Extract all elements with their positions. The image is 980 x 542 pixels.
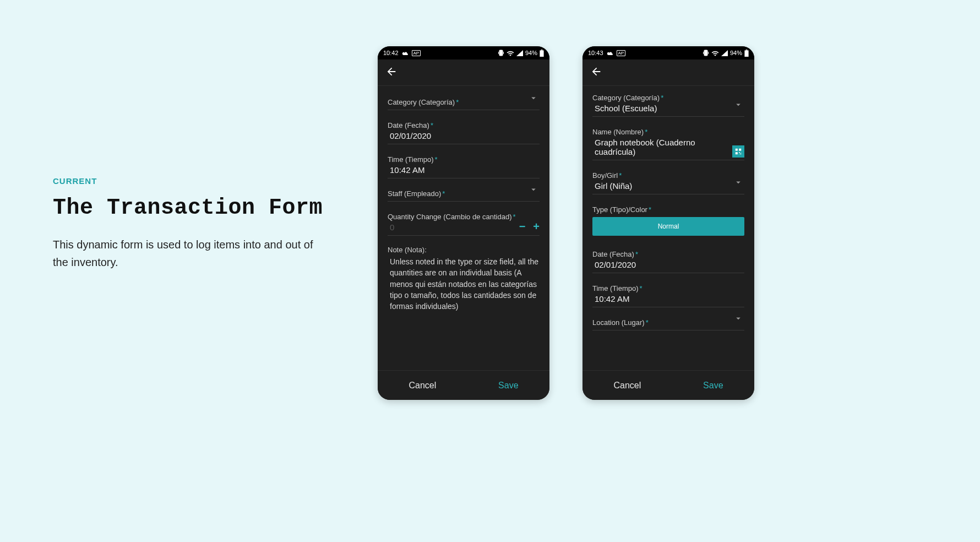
time-value: 10:42 AM xyxy=(388,165,540,175)
category-value: School (Escuela) xyxy=(592,104,744,113)
required-asterisk: * xyxy=(640,284,643,292)
footer-bar: Cancel Save xyxy=(582,370,754,400)
svg-rect-1 xyxy=(541,50,543,50)
category-field[interactable]: Category (Categoría)* xyxy=(388,87,540,110)
quantity-value: 0 xyxy=(388,223,540,232)
date-field[interactable]: Date (Fecha)* 02/01/2020 xyxy=(388,110,540,144)
name-field[interactable]: Name (Nombre)* Graph notebook (Cuaderno … xyxy=(592,117,744,160)
app-bar xyxy=(378,59,549,86)
description-column: CURRENT The Transaction Form This dynami… xyxy=(53,176,328,271)
wifi-icon xyxy=(711,50,719,56)
typecolor-label: Type (Tipo)/Color xyxy=(592,205,647,214)
svg-rect-0 xyxy=(540,50,543,57)
footer-bar: Cancel Save xyxy=(378,370,549,400)
status-clock: 10:42 xyxy=(383,50,399,56)
required-asterisk: * xyxy=(456,98,459,106)
cloud-icon xyxy=(402,50,409,56)
name-label: Name (Nombre) xyxy=(592,128,644,136)
date-value: 02/01/2020 xyxy=(388,131,540,140)
category-field[interactable]: Category (Categoría)* School (Escuela) xyxy=(592,87,744,117)
chevron-down-icon xyxy=(733,177,743,189)
note-field[interactable]: Note (Nota): Unless noted in the type or… xyxy=(388,236,540,312)
time-value: 10:42 AM xyxy=(592,294,744,303)
signal-icon xyxy=(516,50,523,56)
chevron-down-icon xyxy=(529,185,538,197)
note-label: Note (Nota): xyxy=(388,246,540,254)
plus-icon[interactable]: + xyxy=(533,221,540,232)
required-asterisk: * xyxy=(661,94,663,102)
page-subcopy: This dynamic form is used to log items i… xyxy=(53,236,328,271)
category-label: Category (Categoría) xyxy=(592,94,660,102)
save-button[interactable]: Save xyxy=(498,381,518,391)
boygirl-field[interactable]: Boy/Girl* Girl (Niña) xyxy=(592,160,744,194)
qr-scan-button[interactable] xyxy=(732,145,744,158)
time-field[interactable]: Time (Tiempo)* 10:42 AM xyxy=(592,273,744,307)
quantity-field[interactable]: Quantity Change (Cambio de cantidad)* 0 … xyxy=(388,202,540,236)
vibrate-icon xyxy=(498,50,504,56)
page-title: The Transaction Form xyxy=(53,196,328,220)
required-asterisk: * xyxy=(442,189,445,198)
required-asterisk: * xyxy=(645,128,647,136)
name-value: Graph notebook (Cuaderno cuadrícula) xyxy=(592,138,744,156)
time-label: Time (Tiempo) xyxy=(592,284,639,292)
ap-badge: AP xyxy=(412,50,421,56)
cloud-icon xyxy=(607,50,613,56)
chevron-down-icon xyxy=(733,313,743,326)
quantity-label: Quantity Change (Cambio de cantidad) xyxy=(388,213,511,221)
phone-mockup-filled-form: 10:43 AP 94% Category (Categoría)* Schoo… xyxy=(582,46,754,400)
status-clock: 10:43 xyxy=(588,50,603,56)
svg-rect-3 xyxy=(746,50,748,50)
back-icon[interactable] xyxy=(385,66,398,80)
status-bar: 10:43 AP 94% xyxy=(582,46,754,59)
required-asterisk: * xyxy=(635,250,638,258)
svg-rect-2 xyxy=(744,50,748,57)
date-value: 02/01/2020 xyxy=(592,260,744,269)
cancel-button[interactable]: Cancel xyxy=(613,381,641,391)
signal-icon xyxy=(721,50,728,56)
save-button[interactable]: Save xyxy=(703,381,723,391)
ap-badge: AP xyxy=(617,50,626,56)
chevron-down-icon xyxy=(529,93,538,105)
location-label: Location (Lugar) xyxy=(592,318,645,327)
staff-field[interactable]: Staff (Empleado)* xyxy=(388,178,540,202)
battery-percent: 94% xyxy=(730,50,742,56)
date-field[interactable]: Date (Fecha)* 02/01/2020 xyxy=(592,239,744,273)
phone-mockup-blank-form: 10:42 AP 94% Category (Categoría)* Date … xyxy=(378,46,549,400)
eyebrow-label: CURRENT xyxy=(53,176,328,186)
chevron-down-icon xyxy=(733,100,743,112)
location-field[interactable]: Location (Lugar)* xyxy=(592,307,744,330)
date-label: Date (Fecha) xyxy=(388,121,429,129)
required-asterisk: * xyxy=(649,205,651,214)
minus-icon[interactable]: − xyxy=(519,221,526,232)
category-label: Category (Categoría) xyxy=(388,98,455,106)
form-body: Category (Categoría)* School (Escuela) N… xyxy=(582,86,754,370)
required-asterisk: * xyxy=(431,121,433,129)
cancel-button[interactable]: Cancel xyxy=(409,381,436,391)
battery-icon xyxy=(540,50,544,57)
time-label: Time (Tiempo) xyxy=(388,155,434,164)
status-bar: 10:42 AP 94% xyxy=(378,46,549,59)
typecolor-field: Type (Tipo)/Color* Normal xyxy=(592,194,744,239)
date-label: Date (Fecha) xyxy=(592,250,634,258)
vibrate-icon xyxy=(703,50,709,56)
typecolor-chip[interactable]: Normal xyxy=(592,217,744,236)
required-asterisk: * xyxy=(646,318,649,327)
required-asterisk: * xyxy=(513,213,515,221)
form-body: Category (Categoría)* Date (Fecha)* 02/0… xyxy=(378,86,549,370)
back-icon[interactable] xyxy=(590,66,602,80)
staff-label: Staff (Empleado) xyxy=(388,189,441,198)
boygirl-label: Boy/Girl xyxy=(592,171,618,180)
time-field[interactable]: Time (Tiempo)* 10:42 AM xyxy=(388,144,540,178)
app-bar xyxy=(582,59,754,86)
battery-percent: 94% xyxy=(525,50,537,56)
required-asterisk: * xyxy=(435,155,438,164)
note-text: Unless noted in the type or size field, … xyxy=(388,256,540,312)
required-asterisk: * xyxy=(619,171,622,180)
wifi-icon xyxy=(507,50,514,56)
boygirl-value: Girl (Niña) xyxy=(592,181,744,191)
battery-icon xyxy=(744,50,749,57)
